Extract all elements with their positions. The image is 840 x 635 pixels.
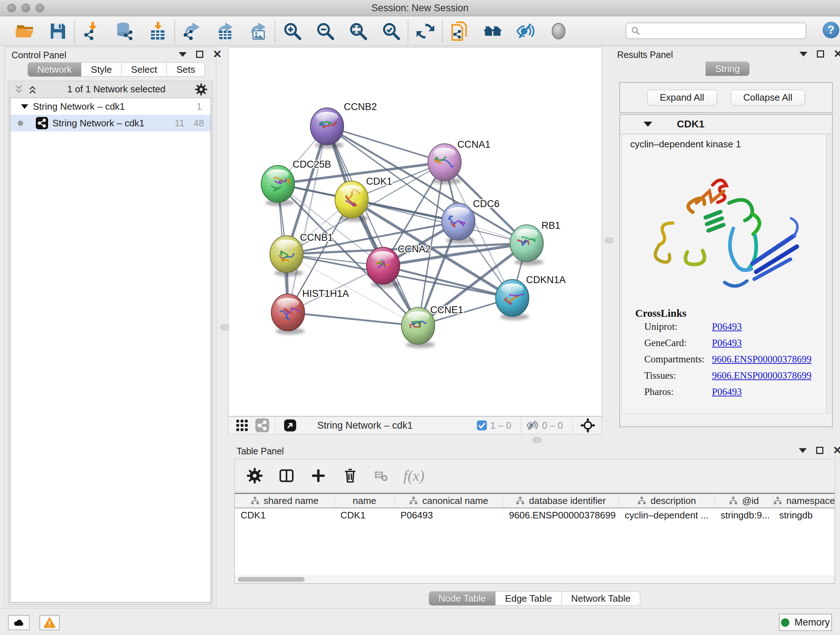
column-header-databaseidentifier[interactable]: database identifier	[503, 494, 619, 508]
float-panel-icon[interactable]	[816, 447, 823, 454]
search-box[interactable]	[625, 22, 806, 39]
string-homes-icon[interactable]	[476, 19, 509, 43]
collapse-all-button[interactable]: Collapse All	[731, 90, 805, 106]
close-panel-icon[interactable]: ✕	[834, 50, 840, 57]
node-cdk1[interactable]	[335, 181, 368, 218]
results-scrollbar[interactable]	[827, 134, 831, 413]
scrollbar-thumb[interactable]	[238, 577, 305, 582]
right-splitter-handle[interactable]	[605, 238, 614, 243]
crosslink-tissues-link[interactable]: 9606.ENSP00000378699	[712, 370, 812, 381]
tab-network-table[interactable]: Network Table	[562, 591, 640, 606]
share-network-icon[interactable]	[256, 418, 269, 432]
node-ccnb1[interactable]	[270, 236, 303, 272]
collection-expand-icon[interactable]	[21, 104, 28, 109]
node-cdkn1a[interactable]	[496, 279, 529, 317]
cloud-button[interactable]	[8, 615, 30, 630]
expand-all-button[interactable]: Expand All	[647, 90, 717, 106]
search-input[interactable]	[641, 25, 806, 36]
zoom-fit-icon[interactable]	[341, 19, 374, 43]
tab-edge-table[interactable]: Edge Table	[496, 591, 562, 606]
tab-sets[interactable]: Sets	[167, 62, 205, 77]
tab-select[interactable]: Select	[122, 62, 167, 77]
close-panel-icon[interactable]: ✕	[213, 51, 222, 58]
export-network-icon[interactable]	[175, 19, 208, 43]
table-h-scrollbar[interactable]	[235, 576, 835, 583]
crosslink-compartments-link[interactable]: 9606.ENSP00000378699	[712, 354, 812, 365]
network-edge-count: 48	[194, 118, 204, 129]
collapse-panel-icon[interactable]	[799, 52, 807, 57]
column-header-id[interactable]: @id	[715, 494, 774, 508]
tab-string[interactable]: String	[706, 62, 750, 76]
hidden-eye-icon[interactable]	[526, 419, 539, 432]
birdseye-view-icon[interactable]	[283, 418, 297, 432]
zoom-out-icon[interactable]	[309, 19, 341, 43]
collapse-all-networks-icon[interactable]	[13, 84, 24, 95]
crosslink-pharos-link[interactable]: P06493	[712, 386, 742, 397]
close-panel-icon[interactable]: ✕	[833, 447, 840, 454]
selected-checkbox-icon[interactable]	[477, 420, 487, 431]
crosslink-label: Pharos:	[644, 386, 674, 397]
column-header-sharedname[interactable]: shared name	[235, 494, 335, 508]
import-network-icon[interactable]	[75, 19, 108, 43]
tab-node-table[interactable]: Node Table	[429, 591, 496, 606]
column-header-namespace[interactable]: namespace	[774, 494, 835, 508]
table-cell[interactable]: P06493	[395, 508, 503, 522]
table-row[interactable]: CDK1CDK1P064939606.ENSP00000378699cyclin…	[235, 508, 835, 522]
node-cdc6[interactable]	[442, 203, 475, 240]
node-ccne1[interactable]	[401, 307, 435, 344]
left-splitter-handle[interactable]	[220, 325, 229, 330]
collapse-panel-icon[interactable]	[179, 52, 187, 57]
node-rb1[interactable]	[510, 225, 543, 262]
zoom-in-icon[interactable]	[276, 19, 309, 43]
node-cdc25b[interactable]	[261, 165, 294, 203]
collapse-entry-icon[interactable]	[644, 122, 652, 127]
expand-all-networks-icon[interactable]	[27, 84, 38, 95]
hide-unhide-icon[interactable]	[509, 19, 542, 43]
network-options-gear-icon[interactable]	[195, 83, 208, 96]
node-ccnb2[interactable]	[310, 108, 344, 145]
table-cell[interactable]: CDK1	[335, 508, 395, 522]
delete-column-trash-icon[interactable]	[342, 467, 358, 484]
import-table-icon[interactable]	[141, 19, 174, 43]
float-panel-icon[interactable]	[196, 51, 203, 58]
column-header-description[interactable]: description	[619, 494, 715, 508]
table-cell[interactable]: 9606.ENSP00000378699	[503, 508, 619, 522]
column-header-canonicalname[interactable]: canonical name	[395, 494, 503, 508]
bottom-splitter-handle[interactable]	[532, 437, 541, 443]
node-ccna2[interactable]	[366, 247, 400, 284]
float-panel-icon[interactable]	[817, 50, 824, 57]
table-cell[interactable]: stringdb:9...	[715, 508, 774, 522]
column-visibility-icon[interactable]	[278, 467, 295, 484]
table-cell[interactable]: cyclin–dependent ...	[619, 508, 715, 522]
table-cell[interactable]: stringdb	[774, 508, 835, 522]
table-cell[interactable]: CDK1	[235, 508, 335, 522]
open-session-icon[interactable]	[8, 19, 41, 43]
share-document-icon[interactable]	[443, 19, 476, 43]
collapse-panel-icon[interactable]	[799, 448, 807, 453]
column-header-name[interactable]: name	[335, 494, 395, 508]
help-button[interactable]: ?	[823, 22, 839, 38]
grid-view-icon[interactable]	[235, 418, 249, 432]
memory-button[interactable]: Memory	[779, 614, 832, 631]
export-image-icon[interactable]	[241, 19, 274, 43]
fit-crosshair-icon[interactable]	[580, 417, 596, 433]
add-column-icon[interactable]	[310, 467, 327, 484]
node-hist1h1a[interactable]	[271, 294, 305, 331]
refresh-view-icon[interactable]	[409, 19, 442, 43]
node-ccna1[interactable]	[428, 144, 461, 181]
birdseye-preview-icon[interactable]	[542, 19, 575, 43]
crosslink-uniprot-link[interactable]: P06493	[712, 321, 742, 333]
node-result-header[interactable]: CDK1	[620, 115, 832, 134]
table-settings-gear-icon[interactable]	[246, 467, 263, 484]
zoom-selected-icon[interactable]	[374, 19, 407, 43]
save-session-icon[interactable]	[41, 19, 74, 43]
import-database-icon[interactable]	[108, 19, 141, 43]
tab-style[interactable]: Style	[81, 62, 122, 77]
network-row[interactable]: String Network – cdk1 11 48	[11, 115, 210, 131]
warning-button[interactable]	[39, 615, 60, 630]
tab-network[interactable]: Network	[27, 62, 81, 77]
export-table-icon[interactable]	[208, 19, 241, 43]
crosslink-genecard-link[interactable]: P06493	[712, 337, 742, 348]
network-collection-row[interactable]: String Network – cdk1 1	[11, 98, 210, 115]
network-canvas[interactable]: CCNB2CCNA1CDC25BCDK1CDC6RB1CCNB1CCNA2CDK…	[228, 48, 602, 416]
